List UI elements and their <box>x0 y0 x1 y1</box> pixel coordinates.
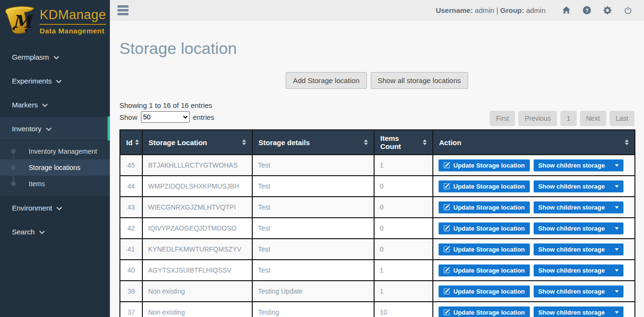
sidebar-item-label: Inventory <box>12 125 42 133</box>
hamburger-menu-icon[interactable] <box>118 5 129 15</box>
column-header-action[interactable]: Action <box>433 130 635 155</box>
column-header-id[interactable]: Id <box>120 130 142 155</box>
cell-storage-location: BTJAKHLLLRCTYGTWOHAS <box>142 155 252 176</box>
table-row: 45 BTJAKHLLLRCTYGTWOHAS Test 1 Update St… <box>120 155 635 176</box>
column-label: Storage Location <box>149 138 207 147</box>
edit-icon <box>443 204 450 211</box>
update-storage-location-button[interactable]: Update Storage location <box>439 180 530 192</box>
caret-down-icon <box>615 206 619 209</box>
cell-id: 42 <box>120 218 142 239</box>
update-storage-location-button[interactable]: Update Storage location <box>439 201 530 213</box>
column-label: Items Count <box>380 134 420 150</box>
sort-icon <box>423 139 427 145</box>
cell-action: Update Storage location Show children st… <box>433 155 635 176</box>
home-icon[interactable] <box>556 6 577 14</box>
column-label: Id <box>126 138 132 147</box>
group-value: admin <box>526 6 546 14</box>
sidebar-item-germplasm[interactable]: Germplasm <box>0 45 110 69</box>
inventory-submenu: Inventory Management Storage locations I… <box>0 140 110 196</box>
cell-action: Update Storage location Show children st… <box>433 281 635 302</box>
cell-storage-location: KYNEDLFKMWTURFQMSZYV <box>142 239 252 260</box>
page-title: Storage location <box>119 39 634 58</box>
sidebar-item-markers[interactable]: Markers <box>0 93 110 116</box>
sidebar-item-inventory-management[interactable]: Inventory Management <box>0 143 110 159</box>
sidebar-item-items[interactable]: Items <box>0 176 110 192</box>
column-header-items-count[interactable]: Items Count <box>374 130 433 155</box>
table-body: 45 BTJAKHLLLRCTYGTWOHAS Test 1 Update St… <box>120 155 635 317</box>
cell-action: Update Storage location Show children st… <box>433 260 635 281</box>
sidebar-item-inventory[interactable]: Inventory <box>0 116 110 140</box>
show-children-storage-button[interactable]: Show children storage <box>534 243 623 255</box>
group-label: Group: <box>500 6 524 14</box>
edit-icon <box>443 162 450 169</box>
add-storage-location-button[interactable]: Add Storage location <box>286 72 366 89</box>
cell-storage-details: Test <box>252 197 374 218</box>
show-children-storage-button[interactable]: Show children storage <box>534 306 623 317</box>
app-logo[interactable]: M KDManage Data Management <box>0 0 110 38</box>
update-storage-location-button[interactable]: Update Storage location <box>439 264 530 276</box>
show-children-storage-button[interactable]: Show children storage <box>534 180 623 192</box>
cell-storage-details: Test <box>252 260 374 281</box>
sort-icon <box>135 139 139 145</box>
cell-items-count: 0 <box>374 239 433 260</box>
show-children-storage-button[interactable]: Show children storage <box>534 264 623 276</box>
storage-locations-table: Id Storage Location Storage details Item… <box>119 129 635 317</box>
table-row: 41 KYNEDLFKMWTURFQMSZYV Test 0 Update St… <box>120 239 635 260</box>
pagination-next-button[interactable]: Next <box>580 111 606 126</box>
pagination-last-button[interactable]: Last <box>610 111 634 126</box>
caret-down-icon <box>615 311 619 314</box>
cell-action: Update Storage location Show children st… <box>433 218 635 239</box>
update-button-label: Update Storage location <box>453 309 525 316</box>
chevron-down-icon <box>54 56 59 59</box>
page-size-select[interactable]: 50 <box>141 111 190 123</box>
power-icon[interactable] <box>618 6 638 14</box>
show-all-storage-locations-button[interactable]: Show all storage locations <box>371 72 468 89</box>
cell-action: Update Storage location Show children st… <box>433 197 635 218</box>
cell-id: 44 <box>120 176 142 197</box>
sidebar-subitem-label: Items <box>29 180 45 188</box>
bullet-dot-icon <box>11 149 16 154</box>
show-children-storage-button[interactable]: Show children storage <box>534 201 623 213</box>
chevron-down-icon <box>42 104 48 107</box>
pagination-page-1-button[interactable]: 1 <box>560 111 577 126</box>
update-button-label: Update Storage location <box>453 246 525 253</box>
caret-down-icon <box>615 164 619 167</box>
sidebar-item-label: Environment <box>12 204 52 212</box>
update-button-label: Update Storage location <box>453 267 525 274</box>
show-children-storage-button[interactable]: Show children storage <box>534 159 623 171</box>
sidebar-item-label: Markers <box>12 101 38 109</box>
pagination-previous-button[interactable]: Previous <box>518 111 557 126</box>
sidebar-item-storage-locations[interactable]: Storage locations <box>0 159 110 176</box>
sidebar-item-environment[interactable]: Environment <box>0 196 110 220</box>
column-header-storage-details[interactable]: Storage details <box>252 130 374 155</box>
brand-name: KDManage <box>40 8 106 25</box>
update-storage-location-button[interactable]: Update Storage location <box>439 222 530 234</box>
cell-storage-location: Non existing <box>142 302 252 317</box>
help-icon[interactable]: ? <box>577 6 597 14</box>
brand-bucket-icon: M <box>3 3 37 38</box>
caret-down-icon <box>615 248 619 251</box>
update-storage-location-button[interactable]: Update Storage location <box>439 285 530 297</box>
cell-id: 37 <box>120 302 142 317</box>
table-row: 43 WIECGNRXGJZMLHTVQTPI Test 0 Update St… <box>120 197 635 218</box>
update-button-label: Update Storage location <box>453 183 525 190</box>
bullet-dot-icon <box>11 165 16 170</box>
main-content: Storage location Add Storage location Sh… <box>110 21 644 317</box>
update-storage-location-button[interactable]: Update Storage location <box>439 243 530 255</box>
gear-icon[interactable] <box>597 6 618 14</box>
cell-storage-details: Test <box>252 176 374 197</box>
update-storage-location-button[interactable]: Update Storage location <box>439 306 530 317</box>
username-label: Username: <box>436 6 473 14</box>
bullet-dot-icon <box>11 181 16 186</box>
sidebar-item-experiments[interactable]: Experiments <box>0 69 110 93</box>
pagination-first-button[interactable]: First <box>490 111 515 126</box>
svg-text:?: ? <box>585 7 589 13</box>
sidebar-item-search[interactable]: Search <box>0 220 110 243</box>
table-header-row: Id Storage Location Storage details Item… <box>120 130 635 155</box>
column-header-storage-location[interactable]: Storage Location <box>142 130 252 155</box>
update-storage-location-button[interactable]: Update Storage location <box>439 159 530 171</box>
show-children-storage-button[interactable]: Show children storage <box>534 285 623 297</box>
show-children-storage-button[interactable]: Show children storage <box>534 222 623 234</box>
edit-icon <box>443 225 450 232</box>
table-row: 38 Non existing Testing Update 1 Update … <box>120 281 635 302</box>
